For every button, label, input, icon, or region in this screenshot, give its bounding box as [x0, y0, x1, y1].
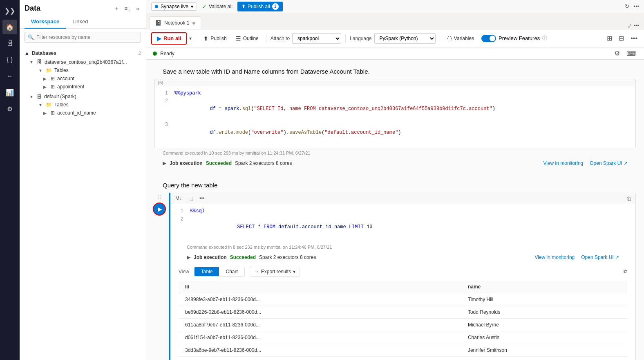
collapse-icon[interactable]: « [134, 4, 141, 13]
status-bar: Ready ⚙ ⌨ [146, 47, 644, 60]
cell2-code-line-1: 1 %%sql [177, 207, 629, 215]
cell1-open-spark-ui-link[interactable]: Open Spark UI ↗ [590, 160, 628, 166]
toolbar: ▶ Run all ▾ ⬆ Publish ☰ Outline Attach t… [146, 29, 644, 47]
cell2-open-spark-ui-link[interactable]: Open Spark UI ↗ [581, 254, 619, 260]
row-5-id: 3dd3a6be-9eb7-eb11-8236-000d... [179, 344, 461, 357]
account-id-expand-icon: ▶ [43, 111, 48, 115]
default-spark-label: default (Spark) [44, 94, 76, 99]
sparkpool-select[interactable]: sparkpool [292, 33, 341, 44]
language-select[interactable]: PySpark (Python) [374, 33, 436, 44]
keyboard-icon-btn[interactable]: ⌨ [625, 48, 637, 59]
expand-rail-icon[interactable]: ❯❯ [2, 3, 17, 18]
cell2-more-btn[interactable]: ••• [198, 195, 206, 202]
preview-toggle-switch[interactable] [481, 35, 496, 42]
default-expand-icon: ▼ [29, 94, 34, 99]
db-default-spark[interactable]: ▼ 🗄 default (Spark) [20, 92, 146, 101]
develop-icon[interactable]: { } [2, 52, 17, 67]
publish-all-button[interactable]: ⬆ Publish all 1 [237, 2, 283, 11]
databases-label: Databases [32, 50, 56, 56]
cell2-code-lines[interactable]: 1 %%sql 2 SELECT * FROM default.account_… [170, 204, 635, 242]
appointment-expand-icon: ▶ [43, 85, 48, 89]
refresh-icon[interactable]: ↻ [625, 3, 629, 9]
table-row: d061f154-a0b7-eb11-8236-000d... Charles … [179, 331, 627, 344]
row-3-id: 611aa8bf-9eb7-eb11-8236-000d... [179, 319, 461, 331]
data-icon[interactable]: 🗄 [2, 36, 17, 51]
default-tables-folder[interactable]: ▼ 📁 Tables [25, 101, 146, 109]
table-view-button[interactable]: Table [195, 267, 219, 276]
table-header-row: Id name [179, 281, 627, 293]
layout-icon-btn[interactable]: ⊞ [605, 33, 614, 44]
synapse-label: Synapse live [161, 4, 188, 9]
status-text: Ready [160, 51, 174, 56]
workspace-tab[interactable]: Workspace [25, 15, 66, 29]
toolbar-separator-2 [266, 34, 266, 43]
row-2-id: be69d226-02b8-eb11-8236-000d... [179, 306, 461, 319]
cell2-view-monitoring-link[interactable]: View in monitoring [534, 254, 575, 260]
cell2-run-button[interactable]: ▶ [153, 202, 166, 216]
variables-button[interactable]: { } Variables [444, 34, 478, 43]
grid-icon-btn[interactable]: ⊟ [617, 33, 626, 44]
filter-icon[interactable]: ≡↓ [123, 4, 132, 13]
default-db-icon: 🗄 [37, 94, 42, 99]
line-num-1: 1 [161, 90, 168, 97]
cell1-job-expand-icon[interactable]: ▶ [163, 160, 166, 166]
notebook-tab[interactable]: 📓 Notebook 1 ● [150, 16, 201, 29]
cell2-delete-button[interactable]: 🗑 [626, 195, 632, 202]
validate-all-button[interactable]: ✓ Validate all [202, 3, 233, 10]
row-2-name: Todd Reynolds [461, 306, 627, 319]
more-options-btn[interactable]: ••• [629, 33, 639, 44]
cell1-job-status: ▶ Job execution Succeeded Spark 2 execut… [146, 158, 644, 169]
publish-button[interactable]: ⬆ Publish [200, 34, 230, 43]
cell2-copy-btn[interactable]: ⬚ [187, 195, 195, 202]
cell1-view-monitoring-link[interactable]: View in monitoring [543, 160, 583, 166]
home-icon[interactable]: 🏠 [2, 20, 17, 34]
run-all-button[interactable]: ▶ Run all [151, 32, 187, 45]
integrate-icon[interactable]: ↔ [2, 69, 17, 83]
sidebar: Data + ≡↓ « Workspace Linked 🔍 ▲ Databas… [20, 0, 146, 360]
run-dropdown-icon[interactable]: ▾ [189, 36, 192, 41]
tables-label: Tables [54, 68, 69, 73]
export-chevron-icon: ▾ [293, 269, 295, 274]
chart-view-button[interactable]: Chart [219, 267, 244, 276]
col-name-header: name [461, 281, 627, 293]
synapse-pill[interactable]: Synapse live ▾ [151, 2, 197, 11]
validate-label: Validate all [209, 4, 233, 9]
outline-button[interactable]: ☰ Outline [233, 34, 262, 43]
db-icon: 🗄 [37, 59, 42, 65]
publish-icon: ⬆ [203, 35, 208, 42]
settings-icon-btn[interactable]: ⚙ [613, 48, 622, 59]
cell1-spark-info: Spark 2 executors 8 cores [235, 160, 292, 166]
databases-count: 2 [139, 51, 141, 56]
monitor-icon[interactable]: 📊 [2, 85, 17, 100]
code-cell-1-lines[interactable]: 1 %%pyspark 2 df = spark.sql("SELECT Id,… [155, 86, 635, 148]
cell2-md-btn[interactable]: M↓ [174, 195, 183, 202]
toolbar-separator-3 [345, 34, 346, 43]
db-dataverse[interactable]: ▼ 🗄 dataverse_contoso_unq2b40367a1f... [20, 58, 146, 66]
col-id-header: Id [179, 281, 461, 293]
table-row: 42d3a6be-9eb7-eb11-8236-000d... Juan Ogd… [179, 357, 627, 360]
table-appointment[interactable]: ▶ ⊞ appointment [25, 83, 146, 91]
table-account-id-name[interactable]: ▶ ⊞ account_id_name [25, 109, 146, 117]
line-code-2: df = spark.sql("SELECT Id, name FROM dat… [174, 97, 495, 121]
more-icon[interactable]: ••• [633, 3, 639, 9]
table-account[interactable]: ▶ ⊞ account [25, 74, 146, 83]
notebook-expand-icon[interactable]: ⤢ ••• [627, 22, 639, 29]
language-label: Language [350, 36, 371, 41]
view-toggle-row: View Table Chart → Export results ▾ ⧉ [170, 263, 635, 281]
drag-handle-icon[interactable]: ⠿ [157, 194, 161, 201]
linked-tab[interactable]: Linked [66, 15, 94, 29]
search-input[interactable] [25, 32, 141, 43]
code-line-2: 2 df = spark.sql("SELECT Id, name FROM d… [161, 97, 629, 121]
cell2-job-expand-icon[interactable]: ▶ [187, 254, 190, 260]
variables-label: Variables [454, 36, 474, 41]
export-results-button[interactable]: → Export results ▾ [250, 267, 300, 277]
default-folder-icon: 📁 [46, 102, 52, 108]
add-icon[interactable]: + [114, 4, 120, 13]
row-4-name: Charles Austin [461, 331, 627, 344]
notebook-title: Notebook 1 [164, 20, 189, 26]
copy-table-button[interactable]: ⧉ [624, 268, 627, 275]
manage-icon[interactable]: ⚙ [2, 101, 17, 116]
databases-section-header[interactable]: ▲ Databases 2 [20, 49, 146, 58]
search-icon: 🔍 [28, 34, 34, 40]
tables-folder[interactable]: ▼ 📁 Tables [25, 66, 146, 74]
